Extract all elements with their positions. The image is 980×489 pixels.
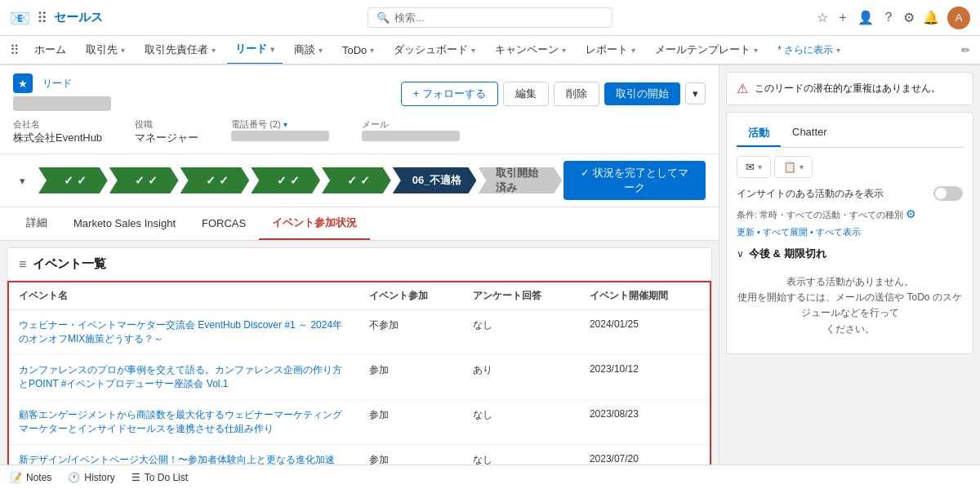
mark-complete-button[interactable]: ✓ 状況を完了としてマーク [564, 161, 706, 200]
chevron-icon: ▾ [370, 46, 374, 55]
tab-events[interactable]: イベント参加状況 [259, 207, 370, 240]
expand-all-link[interactable]: すべて展開 [763, 227, 808, 237]
top-nav-right: ☆ ＋ 👤 ？ ⚙ 🔔 A [817, 7, 970, 29]
stage-3[interactable]: ✓ [180, 167, 250, 193]
tab-marketo[interactable]: Marketo Sales Insight [60, 209, 189, 239]
lead-icon: ★ [13, 73, 33, 93]
stage-5[interactable]: ✓ [322, 167, 391, 193]
nav-label-todo: ToDo [342, 44, 367, 56]
add-icon[interactable]: ＋ [836, 9, 849, 26]
event-link[interactable]: 顧客エンゲージメントから商談数を最大化するウェビナーマーケティング マーケターと… [19, 409, 352, 434]
bell-icon[interactable]: 🔔 [923, 10, 939, 25]
section-toggle-icon[interactable]: ∨ [737, 248, 744, 260]
upcoming-section-title: ∨ 今後 & 期限切れ [737, 247, 963, 261]
todo-icon: ☰ [131, 472, 140, 483]
start-deal-button[interactable]: 取引の開始 [604, 82, 680, 105]
toggle-knob [935, 188, 947, 199]
insight-toggle[interactable] [933, 186, 963, 201]
nav-edit-icon[interactable]: ✏ [961, 44, 970, 56]
app-launcher[interactable]: ⠿ [37, 9, 47, 27]
gear-icon[interactable]: ⚙ [903, 10, 915, 25]
gear-settings-icon[interactable]: ⚙ [906, 207, 916, 220]
history-tab[interactable]: 🕐 History [68, 472, 114, 483]
lead-breadcrumb[interactable]: リード [42, 77, 72, 91]
delete-button[interactable]: 削除 [554, 82, 599, 106]
nav-item-report[interactable]: レポート ▾ [577, 36, 644, 64]
email-value-blurred [362, 131, 460, 141]
calendar-icon: 📋 [783, 161, 796, 173]
search-input[interactable] [394, 11, 604, 24]
activity-tab-activity[interactable]: 活動 [737, 121, 781, 147]
chevron-down-icon[interactable]: ▾ [283, 120, 287, 129]
help-icon[interactable]: ？ [882, 9, 895, 26]
chevron-icon: ▾ [318, 46, 323, 55]
progress-bar: ▾ ✓ ✓ ✓ ✓ ✓ 06_不適格 取引開始済み ✓ 状況を完了としてマーク [0, 154, 719, 207]
follow-button[interactable]: + フォローする [401, 82, 498, 106]
nav-label-more: * さらに表示 [777, 43, 833, 57]
lead-header: ★ リード + フォローする 編集 削除 取引の開始 ▾ 会社名 [0, 65, 719, 154]
nav-item-todo[interactable]: ToDo ▾ [334, 36, 382, 64]
chevron-icon: ▾ [836, 46, 840, 55]
nav-item-campaign[interactable]: キャンペーン ▾ [487, 36, 574, 64]
events-section: ≡ イベント一覧 イベント名 イベント参加 アンケート回答 イベント開催期間 ウ… [7, 247, 712, 489]
nav-item-opportunities[interactable]: 商談 ▾ [286, 36, 331, 64]
show-all-link[interactable]: すべて表示 [816, 227, 861, 237]
todo-label: To Do List [145, 472, 188, 483]
nav-item-contacts[interactable]: 取引先責任者 ▾ [136, 36, 224, 64]
filter-row: 条件: 常時・すべての活動・すべての種別 ⚙ [737, 207, 963, 221]
nav-item-accounts[interactable]: 取引先 ▾ [78, 36, 133, 64]
events-header: ≡ イベント一覧 [7, 248, 711, 281]
todo-tab[interactable]: ☰ To Do List [131, 472, 188, 483]
col-participation: イベント参加 [359, 282, 463, 310]
people-icon[interactable]: 👤 [858, 10, 874, 25]
lead-fields: 会社名 株式会社EventHub 役職 マネージャー 電話番号 (2) ▾ メー… [13, 118, 706, 145]
insight-row: インサイトのある活動のみを表示 [737, 186, 963, 201]
more-actions-button[interactable]: ▾ [685, 82, 706, 104]
bottom-bar: 📝 Notes 🕐 History ☰ To Do List [0, 465, 980, 489]
search-bar[interactable]: 🔍 [368, 7, 612, 28]
phone-value-blurred [231, 131, 329, 141]
chevron-icon: ▾ [121, 46, 125, 55]
edit-button[interactable]: 編集 [503, 82, 549, 106]
period-cell: 2024/01/25 [580, 310, 710, 355]
nav-item-email-template[interactable]: メールテンプレート ▾ [647, 36, 766, 64]
schedule-btn[interactable]: 📋 ▾ [774, 156, 813, 178]
filter-label: 条件: 常時・すべての活動・すべての種別 [737, 210, 903, 220]
nav-item-home[interactable]: ホーム [26, 36, 74, 64]
tab-forcas[interactable]: FORCAS [189, 209, 259, 239]
stage-7[interactable]: 取引開始済み [478, 167, 562, 193]
chevron-icon: ▾ [754, 46, 758, 55]
events-title: イベント一覧 [33, 256, 106, 272]
stage-4[interactable]: ✓ [251, 167, 320, 193]
stage-2[interactable]: ✓ [109, 167, 179, 193]
chevron-icon: ▾ [800, 162, 804, 171]
main-navigation: ⠿ ホーム 取引先 ▾ 取引先責任者 ▾ リード ▾ 商談 ▾ ToDo ▾ ダ… [0, 36, 980, 65]
nav-label-dashboard: ダッシュボード [394, 42, 468, 57]
nav-label-email-template: メールテンプレート [655, 42, 751, 57]
stage-6[interactable]: 06_不適格 [393, 167, 477, 193]
nav-label-opportunities: 商談 [294, 42, 315, 57]
activity-tab-chatter[interactable]: Chatter [781, 121, 839, 147]
update-row: 更新 • すべて展開 • すべて表示 [737, 226, 963, 238]
history-label: History [84, 472, 114, 483]
tab-detail[interactable]: 詳細 [13, 207, 60, 240]
participation-cell: 不参加 [359, 310, 463, 355]
avatar[interactable]: A [947, 7, 970, 29]
nav-item-more[interactable]: * さらに表示 ▾ [769, 36, 849, 64]
nav-item-leads[interactable]: リード ▾ [227, 36, 283, 64]
email-btn[interactable]: ✉ ▾ [737, 156, 771, 178]
notes-tab[interactable]: 📝 Notes [10, 472, 51, 483]
grid-icon[interactable]: ⠿ [10, 42, 20, 58]
alert-icon: ⚠ [737, 81, 748, 96]
star-icon[interactable]: ☆ [817, 10, 828, 25]
stage-1[interactable]: ✓ [38, 167, 108, 193]
event-link[interactable]: カンファレンスのプロが事例を交えて語る。カンファレンス企画の作り方とPOINT … [19, 364, 342, 389]
update-link[interactable]: 更新 [737, 227, 755, 237]
nav-item-dashboard[interactable]: ダッシュボード ▾ [385, 36, 483, 64]
event-name-cell: 顧客エンゲージメントから商談数を最大化するウェビナーマーケティング マーケターと… [8, 400, 359, 445]
event-link[interactable]: ウェビナー・イベントマーケター交流会 EventHub Discover #1 … [19, 319, 342, 345]
company-field: 会社名 株式会社EventHub [13, 118, 102, 145]
stage-dropdown-icon[interactable]: ▾ [13, 175, 32, 187]
email-field: メール [362, 118, 460, 145]
nav-label-campaign: キャンペーン [495, 42, 559, 57]
